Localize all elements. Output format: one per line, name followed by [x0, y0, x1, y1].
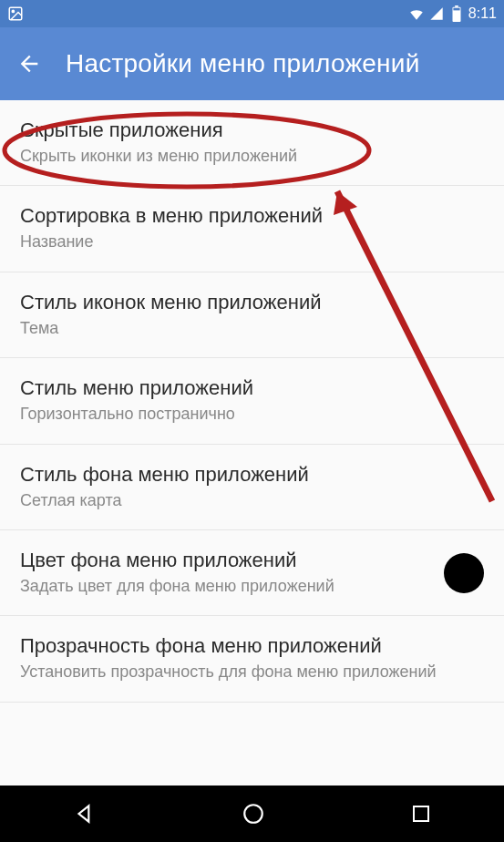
setting-subtitle: Тема — [20, 318, 484, 339]
setting-title: Стиль меню приложений — [20, 376, 484, 400]
settings-list: Скрытые приложения Скрыть иконки из меню… — [0, 100, 504, 703]
setting-background-transparency[interactable]: Прозрачность фона меню приложений Устано… — [0, 616, 504, 702]
navigation-bar — [0, 786, 504, 842]
setting-title: Цвет фона меню приложений — [20, 549, 435, 572]
setting-subtitle: Задать цвет для фона меню приложений — [20, 576, 435, 597]
nav-recents-button[interactable] — [410, 803, 432, 825]
setting-sort[interactable]: Сортировка в меню приложений Название — [0, 186, 504, 272]
status-time: 8:11 — [468, 5, 497, 22]
battery-icon — [448, 5, 465, 22]
page-title: Настройки меню приложений — [66, 49, 419, 78]
setting-subtitle: Установить прозрачность для фона меню пр… — [20, 662, 484, 683]
status-bar: 8:11 — [0, 0, 504, 27]
svg-rect-6 — [414, 806, 428, 821]
image-notification-icon — [7, 5, 24, 22]
setting-title: Стиль иконок меню приложений — [20, 291, 484, 314]
setting-icon-style[interactable]: Стиль иконок меню приложений Тема — [0, 272, 504, 358]
nav-back-button[interactable] — [73, 802, 97, 826]
setting-subtitle: Сетлая карта — [20, 490, 484, 511]
setting-background-color[interactable]: Цвет фона меню приложений Задать цвет дл… — [0, 530, 504, 616]
setting-hidden-apps[interactable]: Скрытые приложения Скрыть иконки из меню… — [0, 100, 504, 186]
svg-rect-3 — [455, 5, 458, 7]
setting-subtitle: Горизонтально постранично — [20, 404, 484, 425]
setting-background-style[interactable]: Стиль фона меню приложений Сетлая карта — [0, 445, 504, 530]
nav-home-button[interactable] — [242, 802, 265, 826]
svg-point-5 — [244, 805, 262, 823]
setting-subtitle: Название — [20, 231, 484, 252]
svg-rect-4 — [453, 8, 459, 11]
setting-title: Скрытые приложения — [20, 118, 484, 142]
wifi-icon — [408, 5, 425, 22]
setting-menu-style[interactable]: Стиль меню приложений Горизонтально пост… — [0, 358, 504, 444]
signal-icon — [428, 5, 445, 22]
setting-title: Сортировка в меню приложений — [20, 204, 484, 228]
app-bar: Настройки меню приложений — [0, 27, 504, 100]
color-swatch — [444, 553, 484, 593]
setting-title: Прозрачность фона меню приложений — [20, 634, 484, 658]
svg-point-1 — [12, 10, 14, 12]
back-button[interactable] — [16, 51, 42, 77]
setting-title: Стиль фона меню приложений — [20, 463, 484, 487]
setting-subtitle: Скрыть иконки из меню приложений — [20, 146, 484, 167]
